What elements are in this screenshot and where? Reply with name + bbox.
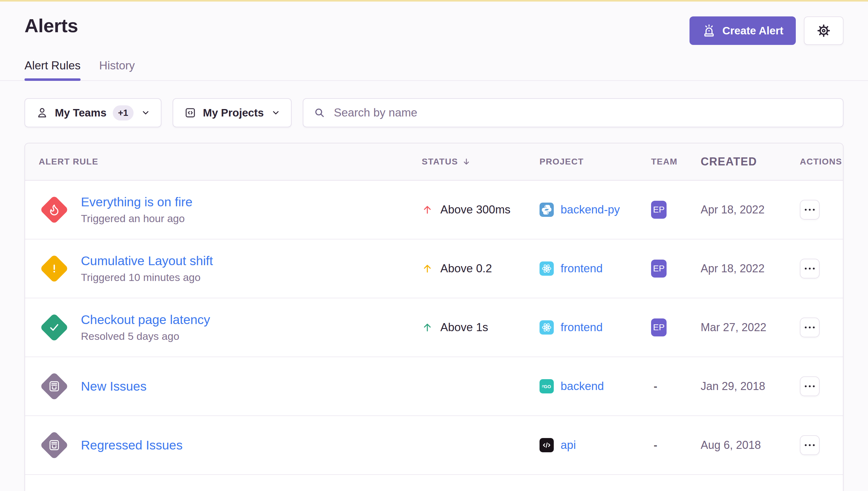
chevron-down-icon <box>141 108 150 117</box>
team-badge: EP <box>651 318 667 337</box>
table-row: New Issues GO backend - Jan 29, 2018 <box>25 357 843 416</box>
row-actions-button[interactable] <box>800 318 820 337</box>
trend-up-arrow-icon <box>422 202 433 217</box>
project-link[interactable]: frontend <box>561 262 603 275</box>
project-platform-icon <box>539 438 554 452</box>
tabs-bar: Alert Rules History <box>0 59 868 81</box>
team-cell: EP <box>651 201 701 219</box>
alert-rule-subtitle: Resolved 5 days ago <box>81 330 210 342</box>
user-icon <box>36 106 49 119</box>
gear-icon <box>816 23 832 38</box>
created-date: Apr 18, 2022 <box>701 262 790 275</box>
row-actions-button[interactable] <box>800 259 820 279</box>
team-badge: EP <box>651 260 667 278</box>
projects-filter-label: My Projects <box>203 107 264 119</box>
alert-type-icon <box>48 439 61 452</box>
filter-bar: My Teams +1 My Projects <box>0 98 868 127</box>
column-header-project: PROJECT <box>539 157 651 167</box>
teams-filter-label: My Teams <box>55 107 107 119</box>
created-date: Apr 18, 2022 <box>701 203 790 216</box>
sort-descending-icon <box>462 157 471 166</box>
status-cell: Above 0.2 <box>422 261 492 276</box>
table-header: ALERT RULE STATUS PROJECT TEAM CREATED A… <box>25 143 843 181</box>
created-date: Mar 27, 2022 <box>701 321 790 334</box>
team-cell: - <box>651 380 701 393</box>
status-threshold-text: Above 0.2 <box>440 262 492 275</box>
row-actions-button[interactable] <box>800 200 820 220</box>
alert-rules-table: ALERT RULE STATUS PROJECT TEAM CREATED A… <box>25 143 843 491</box>
header-actions: Create Alert <box>690 17 843 45</box>
tab-history[interactable]: History <box>99 59 135 80</box>
alert-rule-link[interactable]: New Issues <box>81 379 146 394</box>
alert-rule-link[interactable]: Cumulative Layout shift <box>81 254 213 268</box>
alert-rule-link[interactable]: Checkout page latency <box>81 313 210 327</box>
table-row: Cumulative Layout shift Triggered 10 min… <box>25 239 843 298</box>
team-empty: - <box>651 439 657 452</box>
status-threshold-text: Above 1s <box>440 321 488 334</box>
created-date: Aug 6, 2018 <box>701 439 790 452</box>
column-header-team: TEAM <box>651 157 701 167</box>
table-row: Everything is on fire Triggered an hour … <box>25 181 843 239</box>
team-cell: - <box>651 439 701 452</box>
tab-alert-rules[interactable]: Alert Rules <box>25 59 81 80</box>
alert-status-diamond <box>39 317 70 338</box>
alert-status-diamond <box>39 376 70 397</box>
column-header-alert-rule: ALERT RULE <box>25 157 422 167</box>
table-row: Checkout page latency Resolved 5 days ag… <box>25 298 843 357</box>
page-title: Alerts <box>25 15 78 36</box>
alert-status-diamond <box>39 258 70 279</box>
projects-filter-dropdown[interactable]: My Projects <box>173 98 291 127</box>
project-icon <box>184 106 197 119</box>
search-icon <box>313 107 326 119</box>
trend-up-arrow-icon <box>422 320 433 335</box>
column-header-created: CREATED <box>701 155 790 168</box>
create-alert-button[interactable]: Create Alert <box>690 17 796 45</box>
team-badge: EP <box>651 201 667 219</box>
search-box <box>303 98 843 127</box>
teams-extra-count-badge: +1 <box>113 105 134 120</box>
project-platform-icon <box>539 261 554 276</box>
row-actions-button[interactable] <box>800 435 820 455</box>
page-header: Alerts Create Alert <box>0 2 868 45</box>
team-cell: EP <box>651 260 701 278</box>
column-header-status[interactable]: STATUS <box>422 157 539 167</box>
project-link[interactable]: frontend <box>561 321 603 334</box>
alert-type-icon <box>48 262 61 275</box>
team-empty: - <box>651 380 657 393</box>
project-link[interactable]: backend <box>561 380 604 393</box>
alert-rule-link[interactable]: Regressed Issues <box>81 438 183 453</box>
created-date: Jan 29, 2018 <box>701 380 790 393</box>
team-cell: EP <box>651 318 701 337</box>
alert-rule-subtitle: Triggered 10 minutes ago <box>81 271 213 284</box>
table-row: Regressed Issues api - Aug 6, 2018 <box>25 416 843 475</box>
column-header-actions: ACTIONS <box>790 157 843 167</box>
trend-up-arrow-icon <box>422 261 433 276</box>
project-platform-icon <box>539 320 554 335</box>
teams-filter-dropdown[interactable]: My Teams +1 <box>25 98 162 127</box>
search-input[interactable] <box>333 106 833 120</box>
status-cell: Above 300ms <box>422 202 510 217</box>
row-actions-button[interactable] <box>800 376 820 396</box>
status-cell: Above 1s <box>422 320 488 335</box>
project-platform-icon: GO <box>539 379 554 394</box>
alert-type-icon <box>48 380 61 393</box>
project-link[interactable]: backend-py <box>561 203 620 216</box>
alert-status-diamond <box>39 200 70 220</box>
siren-icon <box>702 24 716 38</box>
alert-rule-link[interactable]: Everything is on fire <box>81 195 192 209</box>
alert-type-icon <box>48 203 61 216</box>
svg-text:GO: GO <box>544 384 551 389</box>
settings-button[interactable] <box>804 17 843 45</box>
alert-type-icon <box>48 321 61 334</box>
status-threshold-text: Above 300ms <box>440 203 510 216</box>
table-body: Everything is on fire Triggered an hour … <box>25 181 843 475</box>
project-platform-icon <box>539 203 554 217</box>
chevron-down-icon <box>271 108 280 117</box>
next-row-partial <box>25 475 843 491</box>
alert-rule-subtitle: Triggered an hour ago <box>81 212 192 225</box>
alert-status-diamond <box>39 435 70 455</box>
create-alert-label: Create Alert <box>722 25 783 37</box>
project-link[interactable]: api <box>561 439 576 452</box>
